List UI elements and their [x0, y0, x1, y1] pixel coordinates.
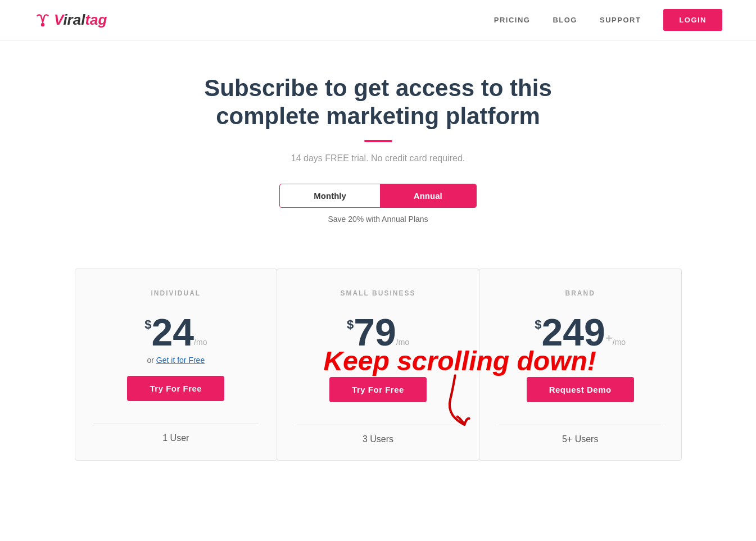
- plan-individual-amount: 24: [151, 313, 194, 351]
- get-it-free-link[interactable]: Get it for Free: [156, 356, 205, 365]
- plan-brand: BRAND $ 249 + /mo Request Demo 5+ Users: [479, 269, 682, 461]
- plan-brand-price-row: $ 249 + /mo: [497, 313, 663, 351]
- hero-divider: [364, 140, 392, 142]
- brand-cta-button[interactable]: Request Demo: [527, 377, 634, 402]
- hero-subtitle: 14 days FREE trial. No credit card requi…: [11, 153, 745, 163]
- toggle-wrapper: Monthly Annual: [279, 184, 476, 208]
- plan-small-business: SMALL BUSINESS $ 79 /mo Try For Free 3 U…: [277, 269, 479, 461]
- plan-sb-currency: $: [347, 317, 354, 332]
- annual-toggle[interactable]: Annual: [380, 184, 476, 207]
- logo: Viraltag: [34, 11, 107, 29]
- plan-brand-name: BRAND: [497, 289, 663, 297]
- sb-divider: [295, 425, 461, 425]
- billing-toggle: Monthly Annual: [11, 184, 745, 208]
- plan-sb-amount: 79: [354, 313, 396, 351]
- plan-individual: INDIVIDUAL $ 24 /mo or Get it for Free T…: [75, 269, 278, 461]
- hero-section: Subscribe to get access to this complete…: [0, 40, 756, 269]
- sb-users: 3 Users: [295, 434, 461, 444]
- individual-users: 1 User: [93, 433, 259, 443]
- plan-individual-price-row: $ 24 /mo: [93, 313, 259, 351]
- plan-individual-free: or Get it for Free: [93, 356, 259, 365]
- plan-sb-period: /mo: [396, 338, 409, 347]
- plan-brand-amount: 249: [541, 313, 605, 351]
- plan-sb-name: SMALL BUSINESS: [295, 289, 461, 297]
- brand-users: 5+ Users: [497, 434, 663, 444]
- nav-support[interactable]: SUPPORT: [600, 16, 641, 24]
- logo-text: Viraltag: [54, 11, 107, 29]
- individual-divider: [93, 424, 259, 424]
- plan-sb-price-row: $ 79 /mo: [295, 313, 461, 351]
- plan-brand-currency: $: [535, 317, 541, 332]
- login-button[interactable]: LOGIN: [663, 9, 722, 31]
- navbar: Viraltag PRICING BLOG SUPPORT LOGIN: [0, 0, 756, 40]
- plan-individual-name: INDIVIDUAL: [93, 289, 259, 297]
- brand-divider: [497, 425, 663, 425]
- plan-brand-plus: +: [605, 331, 613, 345]
- svg-point-0: [41, 22, 44, 26]
- pricing-cards: INDIVIDUAL $ 24 /mo or Get it for Free T…: [41, 269, 716, 461]
- save-text: Save 20% with Annual Plans: [11, 215, 745, 224]
- monthly-toggle[interactable]: Monthly: [280, 184, 380, 207]
- logo-icon: [34, 11, 52, 29]
- pricing-section-outer: INDIVIDUAL $ 24 /mo or Get it for Free T…: [0, 269, 756, 461]
- individual-cta-button[interactable]: Try For Free: [127, 376, 224, 401]
- hero-title: Subscribe to get access to this complete…: [182, 74, 575, 131]
- nav-links: PRICING BLOG SUPPORT LOGIN: [494, 9, 722, 31]
- sb-cta-button[interactable]: Try For Free: [329, 377, 427, 402]
- nav-blog[interactable]: BLOG: [553, 16, 577, 24]
- plan-individual-currency: $: [144, 317, 151, 332]
- nav-pricing[interactable]: PRICING: [494, 16, 531, 24]
- plan-individual-period: /mo: [194, 338, 207, 347]
- plan-brand-period: /mo: [613, 338, 626, 347]
